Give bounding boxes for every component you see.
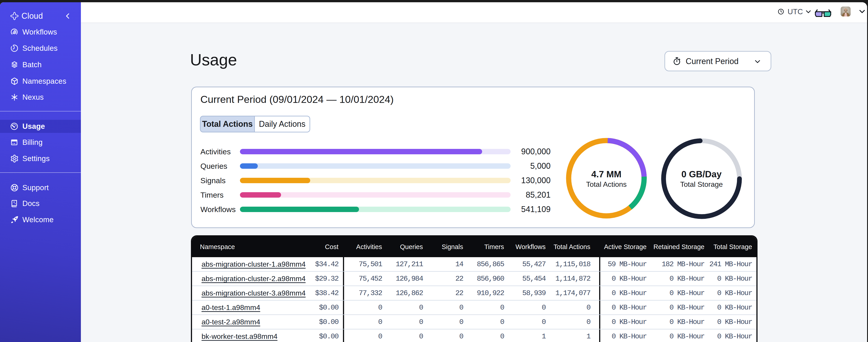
svg-text:0 GB/Day: 0 GB/Day: [681, 169, 722, 179]
svg-text:4.7 MM: 4.7 MM: [591, 169, 621, 179]
svg-text:Total Storage: Total Storage: [680, 180, 723, 189]
svg-text:Total Actions: Total Actions: [586, 180, 627, 189]
